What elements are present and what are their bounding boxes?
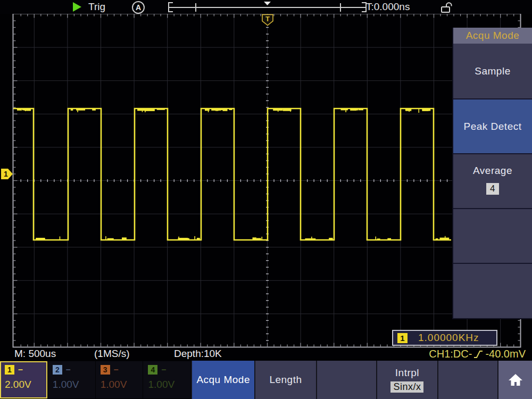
trigger-info-readout: CH1:DC- -40.0mV (429, 347, 526, 361)
empty-button-1 (316, 361, 376, 399)
menu-item-empty-2 (453, 263, 532, 318)
freq-meter-value: 1.00000KHz (418, 332, 479, 344)
menu-item-average[interactable]: Average 4 (453, 153, 532, 208)
channel-3-box[interactable]: 3 – 1.00V (96, 361, 143, 398)
empty-button-2 (437, 361, 497, 399)
trigger-level: -40.0mV (485, 348, 526, 360)
menu-item-peak-detect[interactable]: Peak Detect (453, 98, 532, 153)
rising-edge-icon (473, 349, 484, 359)
trigger-position-pointer (264, 2, 271, 5)
acqu-mode-button[interactable]: Acqu Mode (191, 361, 254, 399)
oscilloscope-screen: T1 Trig A T:0.000ns 1 1.00000KHz M: 500u… (0, 0, 532, 399)
freq-meter: 1 1.00000KHz (392, 330, 497, 346)
menu-title: Acqu Mode (453, 28, 532, 44)
timebase-readout: M: 500us (14, 347, 56, 360)
home-icon (507, 372, 524, 387)
unlock-icon (440, 1, 454, 13)
top-status-bar: Trig A T:0.000ns (0, 0, 532, 14)
trigger-source: CH1:DC- (429, 348, 472, 360)
channel-4-box[interactable]: 4 – 1.00V (143, 361, 190, 398)
svg-text:1: 1 (4, 170, 8, 178)
record-depth-readout: Depth:10K (174, 347, 222, 360)
sample-rate-readout: (1MS/s) (94, 347, 130, 360)
intrpl-value: Sinx/x (390, 381, 423, 393)
run-state-icon (72, 2, 82, 12)
home-button[interactable] (497, 361, 532, 399)
svg-text:T: T (265, 15, 270, 23)
bottom-menu-bar: 1 – 2.00V 2 – 1.00V 3 – 1.00V 4 – 1.00V (0, 361, 532, 399)
acquire-menu: Acqu Mode Sample Peak Detect Average 4 (452, 28, 532, 319)
auto-trigger-icon: A (132, 1, 145, 14)
average-count-value: 4 (486, 183, 499, 195)
trigger-time-offset: T:0.000ns (366, 0, 410, 14)
channel-1-box[interactable]: 1 – 2.00V (0, 361, 47, 398)
menu-item-empty-1 (453, 208, 532, 263)
intrpl-button[interactable]: Intrpl Sinx/x (376, 361, 438, 399)
channel-2-box[interactable]: 2 – 1.00V (48, 361, 95, 398)
freq-meter-channel-badge: 1 (397, 333, 408, 343)
record-window-indicator (166, 1, 369, 13)
length-button[interactable]: Length (254, 361, 316, 399)
trig-label: Trig (88, 0, 105, 14)
menu-item-sample[interactable]: Sample (453, 44, 532, 98)
